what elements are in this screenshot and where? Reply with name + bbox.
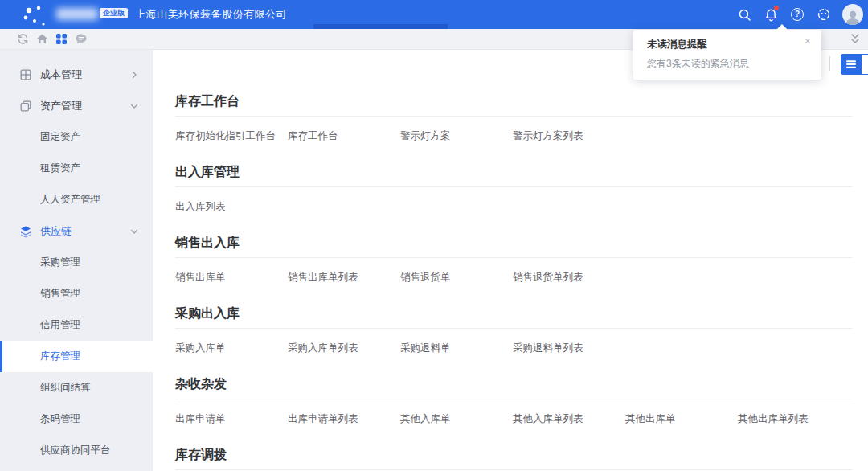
menu-link[interactable]: 警示灯方案列表 <box>513 129 625 142</box>
menu-link[interactable]: 采购退料单列表 <box>513 342 625 354</box>
menu-link[interactable]: 出库申请单 <box>175 412 288 425</box>
section-divider <box>175 469 852 470</box>
user-avatar[interactable] <box>842 4 863 25</box>
sidebar-item-barcode-management[interactable]: 条码管理 <box>0 403 153 435</box>
sidebar-item-fixed-assets[interactable]: 固定资产 <box>0 121 153 153</box>
section-title: 库存调拨 <box>175 447 852 462</box>
section-title: 库存工作台 <box>175 93 852 109</box>
view-mode-toggle <box>841 54 868 75</box>
menu-link[interactable]: 销售出库单 <box>175 271 288 284</box>
notifications-bell-icon[interactable] <box>763 6 779 23</box>
section-misc-receipt-issue: 杂收杂发 出库申请单 出库申请单列表 其他入库单 其他入库单列表 其他出库单 其… <box>175 376 852 425</box>
collapse-double-chevron-icon[interactable] <box>849 32 862 49</box>
menu-link[interactable]: 其他出库单列表 <box>738 412 850 425</box>
sidebar-item-supply-chain[interactable]: 供应链 <box>0 215 153 247</box>
company-name: 上海山美环保装备股份有限公司 <box>135 0 287 29</box>
menu-link[interactable]: 其他入库单 <box>400 412 513 425</box>
section-divider <box>175 328 852 329</box>
sidebar-item-purchase-management[interactable]: 采购管理 <box>0 247 153 278</box>
cost-management-icon <box>19 68 32 81</box>
topbar-actions: ? <box>736 0 863 29</box>
feedback-smiley-icon[interactable] <box>816 6 832 23</box>
chat-icon[interactable] <box>74 32 88 46</box>
list-view-button[interactable] <box>841 54 862 75</box>
sidebar-item-inventory-management[interactable]: 库存管理 <box>0 341 153 372</box>
menu-link[interactable]: 其他入库单列表 <box>513 412 625 425</box>
supply-chain-layers-icon <box>19 225 32 238</box>
menu-link[interactable]: 销售退货单列表 <box>513 271 625 284</box>
chevron-down-icon <box>130 227 138 236</box>
sidebar-item-everyone-asset-management[interactable]: 人人资产管理 <box>0 184 153 215</box>
menu-link[interactable]: 库存初始化指引工作台 <box>175 129 288 142</box>
app-window: 企业版 上海山美环保装备股份有限公司 ? <box>0 0 868 471</box>
menu-link[interactable]: 其他出库单 <box>625 412 738 425</box>
chevron-right-icon <box>130 71 138 79</box>
section-divider <box>175 399 852 399</box>
top-navbar: 企业版 上海山美环保装备股份有限公司 ? <box>0 0 868 29</box>
section-in-out-management: 出入库管理 出入库列表 <box>175 164 852 213</box>
menu-link[interactable]: 出库申请单列表 <box>288 412 400 425</box>
menu-link[interactable]: 库存工作台 <box>288 129 400 142</box>
menu-link[interactable]: 销售出库单列表 <box>288 271 400 284</box>
notification-title: 未读消息提醒 <box>647 38 707 51</box>
section-inventory-workbench: 库存工作台 库存初始化指引工作台 库存工作台 警示灯方案 警示灯方案列表 <box>175 93 852 142</box>
toolbar-separator <box>829 56 830 71</box>
sidebar-item-supplier-collaboration-platform[interactable]: 供应商协同平台 <box>0 435 153 466</box>
search-icon[interactable] <box>736 6 752 23</box>
sidebar-item-inter-org-settlement[interactable]: 组织间结算 <box>0 372 153 403</box>
app-logo-blurred-text <box>56 8 98 20</box>
section-inventory-transfer: 库存调拨 <box>175 447 852 470</box>
sidebar-item-credit-management[interactable]: 信用管理 <box>0 309 153 341</box>
menu-link[interactable]: 采购入库单列表 <box>288 342 400 354</box>
sidebar-item-cost-management[interactable]: 成本管理 <box>0 59 153 90</box>
section-divider <box>175 116 852 117</box>
menu-link[interactable]: 采购入库单 <box>175 342 288 354</box>
chevron-down-icon <box>130 102 138 110</box>
header-accent-strip <box>313 24 448 29</box>
section-title: 出入库管理 <box>175 164 852 179</box>
section-sales-in-out: 销售出入库 销售出库单 销售出库单列表 销售退货单 销售退货单列表 <box>175 235 852 284</box>
unread-badge-dot <box>774 6 779 10</box>
section-purchase-in-out: 采购出入库 采购入库单 采购入库单列表 采购退料单 采购退料单列表 <box>175 305 852 354</box>
section-divider <box>175 257 852 258</box>
sidebar-item-asset-management[interactable]: 资产管理 <box>0 90 153 121</box>
edition-badge: 企业版 <box>100 8 128 18</box>
card-view-button[interactable] <box>862 54 868 75</box>
home-icon[interactable] <box>35 32 49 46</box>
asset-management-icon <box>19 100 32 113</box>
menu-link[interactable]: 出入库列表 <box>175 200 288 213</box>
menu-link[interactable]: 采购退料单 <box>400 342 513 354</box>
sidebar-nav: 成本管理 资产管理 固定资产 租赁资产 人人资产管理 <box>0 50 153 471</box>
notification-popup: 未读消息提醒 × 您有3条未读的紧急消息 <box>633 30 821 80</box>
app-logo-icon <box>21 2 56 27</box>
section-divider <box>175 186 852 187</box>
notification-message: 您有3条未读的紧急消息 <box>647 57 749 71</box>
close-icon[interactable]: × <box>805 35 811 47</box>
section-title: 杂收杂发 <box>175 376 852 391</box>
sidebar-item-lease-assets[interactable]: 租赁资产 <box>0 153 153 184</box>
menu-link[interactable]: 销售退货单 <box>400 271 513 284</box>
help-icon[interactable]: ? <box>789 6 805 23</box>
sync-icon[interactable] <box>16 32 30 46</box>
main-content: 库存工作台 库存初始化指引工作台 库存工作台 警示灯方案 警示灯方案列表 出入库… <box>153 50 868 471</box>
section-title: 销售出入库 <box>175 235 852 250</box>
menu-link[interactable]: 警示灯方案 <box>400 129 513 142</box>
sidebar-item-sales-management[interactable]: 销售管理 <box>0 278 153 309</box>
apps-grid-icon[interactable] <box>55 32 68 46</box>
section-title: 采购出入库 <box>175 305 852 321</box>
